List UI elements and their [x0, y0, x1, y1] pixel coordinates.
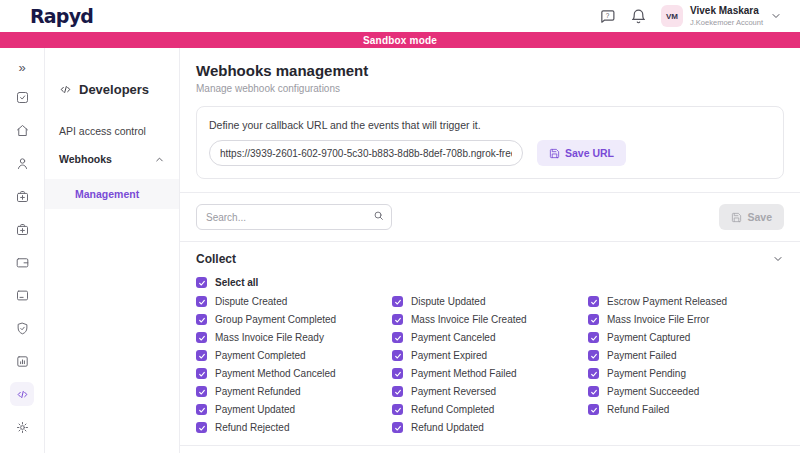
- select-all-checkbox[interactable]: Select all: [180, 275, 800, 296]
- sidebar-title: Developers: [45, 82, 179, 97]
- checkbox-checked-icon[interactable]: [196, 386, 207, 397]
- payouts-icon[interactable]: [10, 217, 34, 241]
- event-checkbox-item[interactable]: Refund Updated: [392, 422, 588, 433]
- checkbox-checked-icon[interactable]: [392, 386, 403, 397]
- checkbox-checked-icon[interactable]: [196, 296, 207, 307]
- checkbox-checked-icon[interactable]: [196, 332, 207, 343]
- save-url-button[interactable]: Save URL: [537, 140, 626, 166]
- top-header: Rapyd ? VM Vivek Maskara J.Koekemoer Acc…: [0, 0, 800, 32]
- event-checkbox-item[interactable]: Payment Reversed: [392, 386, 588, 397]
- event-checkbox-item[interactable]: Payment Captured: [588, 332, 784, 343]
- checkbox-checked-icon[interactable]: [392, 404, 403, 415]
- developers-icon[interactable]: [10, 382, 34, 406]
- event-checkbox-item[interactable]: Refund Failed: [588, 404, 784, 415]
- chevron-down-icon: [772, 253, 784, 265]
- save-icon: [549, 148, 560, 159]
- checkbox-checked-icon[interactable]: [588, 296, 599, 307]
- event-checkbox-item[interactable]: Dispute Updated: [392, 296, 588, 307]
- section-collect-label: Collect: [196, 252, 236, 266]
- card-terminal-icon[interactable]: [10, 283, 34, 307]
- chevron-down-icon: [770, 10, 782, 22]
- user-account: J.Koekemoer Account: [690, 18, 763, 27]
- sidebar-item-api-access-control[interactable]: API access control: [45, 117, 179, 145]
- sidebar-title-label: Developers: [79, 82, 149, 97]
- event-checkbox-item[interactable]: Mass Invoice File Ready: [196, 332, 392, 343]
- checkbox-checked-icon[interactable]: [588, 386, 599, 397]
- checkbox-checked-icon[interactable]: [588, 368, 599, 379]
- event-checkbox-item[interactable]: Payment Updated: [196, 404, 392, 415]
- home-icon[interactable]: [10, 118, 34, 142]
- sandbox-mode-banner: Sandbox mode: [0, 32, 800, 48]
- help-chat-icon[interactable]: ?: [599, 8, 616, 25]
- reports-icon[interactable]: [10, 349, 34, 373]
- search-input[interactable]: [196, 204, 392, 230]
- event-checkbox-item[interactable]: Payment Canceled: [392, 332, 588, 343]
- event-checkbox-item[interactable]: Group Payment Completed: [196, 314, 392, 325]
- event-checkbox-item[interactable]: Payment Succeeded: [588, 386, 784, 397]
- app-window: Rapyd ? VM Vivek Maskara J.Koekemoer Acc…: [0, 0, 800, 453]
- event-checkbox-item[interactable]: Mass Invoice File Error: [588, 314, 784, 325]
- avatar: VM: [661, 5, 683, 27]
- event-checkbox-item[interactable]: Dispute Created: [196, 296, 392, 307]
- save-button[interactable]: Save: [719, 204, 784, 230]
- event-checkbox-item[interactable]: Refund Rejected: [196, 422, 392, 433]
- checkbox-checked-icon[interactable]: [196, 350, 207, 361]
- event-checkbox-item[interactable]: Escrow Payment Released: [588, 296, 784, 307]
- page-title: Webhooks management: [196, 62, 784, 79]
- main-content: Webhooks management Manage webhook confi…: [180, 48, 800, 453]
- events-toolbar: Save: [180, 193, 800, 241]
- notifications-bell-icon[interactable]: [630, 8, 647, 25]
- callback-description: Define your callback URL and the events …: [209, 119, 771, 131]
- page-subtitle: Manage webhook configurations: [196, 83, 784, 94]
- chevron-up-icon: [154, 154, 165, 165]
- account-menu[interactable]: VM Vivek Maskara J.Koekemoer Account: [661, 5, 782, 27]
- events-grid: Dispute CreatedDispute UpdatedEscrow Pay…: [180, 296, 800, 433]
- event-checkbox-item[interactable]: Payment Completed: [196, 350, 392, 361]
- expand-icon[interactable]: »: [10, 58, 34, 76]
- search-icon: [373, 210, 384, 221]
- icon-rail: »: [0, 48, 45, 453]
- checkbox-checked-icon[interactable]: [196, 404, 207, 415]
- developers-sidebar: Developers API access control Webhooks M…: [45, 48, 180, 453]
- event-checkbox-item[interactable]: Payment Method Canceled: [196, 368, 392, 379]
- checkbox-checked-icon[interactable]: [392, 332, 403, 343]
- event-checkbox-item[interactable]: Payment Pending: [588, 368, 784, 379]
- checkbox-checked-icon[interactable]: [392, 368, 403, 379]
- checkbox-checked-icon[interactable]: [392, 314, 403, 325]
- checkbox-checked-icon[interactable]: [392, 296, 403, 307]
- event-checkbox-item[interactable]: Refund Completed: [392, 404, 588, 415]
- checkbox-checked-icon[interactable]: [588, 350, 599, 361]
- section-customers[interactable]: Customers: [180, 445, 800, 453]
- event-checkbox-item[interactable]: Mass Invoice File Created: [392, 314, 588, 325]
- save-icon: [731, 212, 742, 223]
- tasks-icon[interactable]: [10, 85, 34, 109]
- checkbox-checked-icon[interactable]: [392, 350, 403, 361]
- event-checkbox-item[interactable]: Payment Refunded: [196, 386, 392, 397]
- wallet-icon[interactable]: [10, 250, 34, 274]
- checkbox-checked-icon[interactable]: [588, 314, 599, 325]
- checkbox-checked-icon[interactable]: [588, 404, 599, 415]
- user-name: Vivek Maskara: [690, 5, 763, 18]
- settings-icon[interactable]: [10, 415, 34, 439]
- checkbox-checked-icon[interactable]: [196, 314, 207, 325]
- payins-icon[interactable]: [10, 184, 34, 208]
- customers-icon[interactable]: [10, 151, 34, 175]
- checkbox-checked-icon[interactable]: [196, 277, 207, 288]
- sidebar-item-management[interactable]: Management: [45, 179, 179, 209]
- checkbox-checked-icon[interactable]: [196, 422, 207, 433]
- sidebar-item-webhooks[interactable]: Webhooks: [45, 145, 179, 173]
- callback-url-card: Define your callback URL and the events …: [196, 106, 784, 179]
- checkbox-checked-icon[interactable]: [588, 332, 599, 343]
- checkbox-checked-icon[interactable]: [392, 422, 403, 433]
- rapyd-logo: Rapyd: [30, 5, 93, 27]
- event-checkbox-item[interactable]: Payment Failed: [588, 350, 784, 361]
- section-collect[interactable]: Collect: [180, 241, 800, 275]
- code-icon: [59, 83, 72, 96]
- svg-text:?: ?: [606, 11, 610, 18]
- checkbox-checked-icon[interactable]: [196, 368, 207, 379]
- event-checkbox-item[interactable]: Payment Expired: [392, 350, 588, 361]
- event-checkbox-item[interactable]: Payment Method Failed: [392, 368, 588, 379]
- callback-url-input[interactable]: [209, 140, 523, 166]
- disputes-icon[interactable]: [10, 316, 34, 340]
